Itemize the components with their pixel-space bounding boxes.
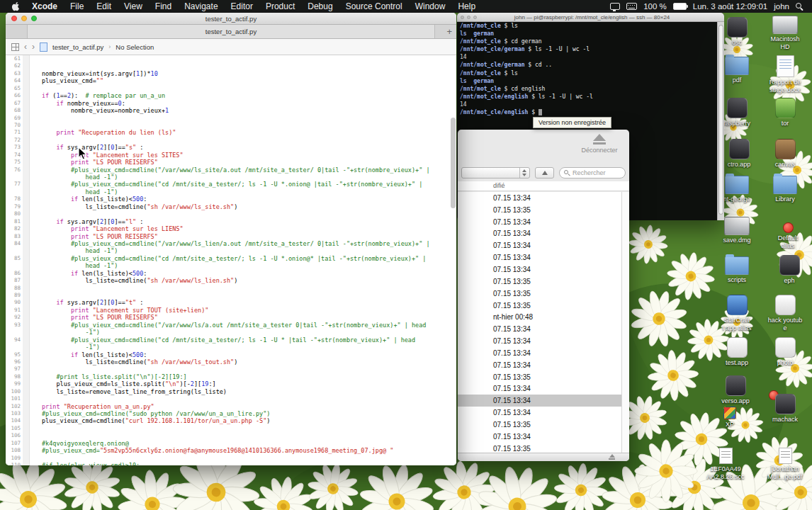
- close-button[interactable]: [461, 16, 464, 19]
- desktop-icon-test-app[interactable]: test.app: [711, 337, 762, 367]
- file-row[interactable]: nt-hier 00:48: [458, 311, 622, 323]
- code-line[interactable]: 100 ls_liste=remove_last_line_from_strin…: [6, 388, 456, 395]
- code-line[interactable]: 83 print "LS POUR REISERFS": [6, 233, 456, 240]
- file-row[interactable]: 07.15 13:34: [458, 216, 622, 228]
- code-line[interactable]: 93 #plus_vieux_cmd=cmdline("/var/www/ls/…: [6, 322, 456, 329]
- code-line[interactable]: head -1"): [6, 174, 456, 181]
- editor-scroll-thumb[interactable]: [451, 118, 456, 208]
- desktop-icon-library[interactable]: Library: [760, 176, 811, 203]
- file-row[interactable]: 07.15 13:34: [458, 251, 622, 264]
- code-line[interactable]: -1"): [6, 329, 456, 336]
- code-line[interactable]: 64plus_vieux_cmd="": [6, 77, 456, 84]
- code-line[interactable]: 74 print "Lancement sur les SITES": [6, 152, 456, 159]
- desktop-icon-canvas[interactable]: canvas: [760, 139, 811, 169]
- code-line[interactable]: 109: [6, 455, 456, 462]
- battery-icon[interactable]: [673, 3, 687, 10]
- desktop-icon-macintosh-hd[interactable]: MacintoshHD: [760, 16, 811, 51]
- file-row[interactable]: 07.15 13:35: [458, 204, 622, 216]
- file-row[interactable]: 07.15 13:35: [458, 419, 622, 431]
- column-header-modified[interactable]: difié: [458, 181, 629, 191]
- code-line[interactable]: 70: [6, 122, 456, 129]
- eject-icon-small[interactable]: [609, 454, 615, 460]
- menu-debug[interactable]: Debug: [301, 0, 339, 13]
- file-row[interactable]: 07.15 13:34: [458, 323, 622, 335]
- code-line[interactable]: 75 print "LS POUR REISERFS": [6, 159, 456, 166]
- code-line[interactable]: 96 ls_liste=cmdline("sh /var/www/ls_tout…: [6, 358, 456, 366]
- code-line[interactable]: 77 #plus_vieux_cmd=cmdline("cd /mnt/site…: [6, 181, 456, 188]
- keyboard-icon[interactable]: [626, 3, 637, 10]
- code-line[interactable]: 107#k4qvoigyoxeqlerq.onion@: [6, 440, 456, 447]
- desktop-icon-save-dmg[interactable]: save.dmg: [711, 217, 762, 244]
- desktop-icon-default-alias[interactable]: Defaultalias: [762, 222, 812, 250]
- tab-tester-to-actif[interactable]: tester_to_actif.py: [27, 25, 435, 38]
- code-line[interactable]: 89: [6, 292, 456, 299]
- related-items-icon[interactable]: [11, 43, 19, 51]
- user-menu[interactable]: john: [774, 2, 789, 11]
- editor-scrollbar[interactable]: [451, 55, 456, 464]
- file-row[interactable]: 07.15 13:34: [458, 192, 622, 204]
- zoom-button[interactable]: [31, 16, 37, 21]
- breadcrumb-file[interactable]: tester_to_actif.py: [52, 43, 103, 51]
- file-row[interactable]: 07.15 13:34: [458, 407, 622, 419]
- desktop-icon--jonathan-mull-ge-pdf[interactable]: [JonathanMull...ge.pdf: [760, 448, 811, 481]
- desktop-icon-machack[interactable]: machack: [760, 394, 811, 424]
- code-line[interactable]: 66if (1==2): # remplace par un_a_un: [6, 92, 456, 99]
- code-line[interactable]: 82 print "Lancement sur les LIENS": [6, 225, 456, 232]
- code-line[interactable]: 68 nombre_vieux=nombre_vieux+1: [6, 107, 456, 114]
- code-line[interactable]: 91 print "Lancement sur TOUT (site+lien)…: [6, 307, 456, 314]
- code-line[interactable]: 90 if sys.argv[2][0]=="t" :: [6, 299, 456, 306]
- code-line[interactable]: head -1"): [6, 188, 456, 196]
- desktop-icon-scripts[interactable]: scripts: [711, 256, 762, 284]
- code-line[interactable]: 85 #plus_vieux_cmd=cmdline("cd /mnt/site…: [6, 255, 456, 262]
- file-list[interactable]: 07.15 13:3407.15 13:3507.15 13:3407.15 1…: [458, 192, 622, 453]
- menu-edit[interactable]: Edit: [90, 0, 118, 13]
- terminal-scrollbar[interactable]: [717, 22, 724, 220]
- desktop-icon-hack-youtub-e[interactable]: hack youtube: [760, 295, 811, 332]
- disconnect-button[interactable]: Déconnecter: [573, 134, 626, 154]
- file-row[interactable]: 07.15 13:34: [458, 431, 622, 443]
- desktop-icon-photo[interactable]: photo: [760, 337, 811, 367]
- terminal-titlebar[interactable]: john — pi@raspberrypi: /mnt/mot_cle/engl…: [457, 13, 724, 22]
- code-line[interactable]: 110#if len(plus_vieux_cmd)>10:: [6, 462, 456, 465]
- file-row[interactable]: 07.15 13:34: [458, 347, 622, 359]
- display-icon[interactable]: [610, 3, 620, 10]
- code-line[interactable]: 63nombre_vieux=int(sys.argv[1])*10: [6, 70, 456, 77]
- menu-product[interactable]: Product: [259, 0, 301, 13]
- file-row[interactable]: 07.15 13:34: [458, 383, 622, 395]
- code-line[interactable]: 102print "Recuperation un_a_un.py": [6, 403, 456, 410]
- code-line[interactable]: 108#plus_vieux_cmd="5sm2vp55n6cxly6z.oni…: [6, 447, 456, 454]
- file-dialog-window[interactable]: Déconnecter Rechercher difié 07.15 13:34…: [458, 130, 629, 461]
- desktop-icon-1ef0aa49-aa2-8-26-scc[interactable]: 1EF0AA49AA2.8.26.scc: [700, 448, 751, 481]
- apple-menu[interactable]: [6, 1, 26, 11]
- file-row[interactable]: 07.15 13:34: [458, 395, 622, 407]
- code-line[interactable]: 97: [6, 366, 456, 373]
- file-row[interactable]: 07.15 13:35: [458, 443, 622, 453]
- code-editor[interactable]: 616263nombre_vieux=int(sys.argv[1])*1064…: [6, 55, 456, 465]
- code-line[interactable]: 86 if len(ls_liste)<500:: [6, 270, 456, 277]
- code-line[interactable]: 105: [6, 425, 456, 432]
- desktop-icon-eph[interactable]: eph: [764, 255, 812, 285]
- code-line[interactable]: 99 plus_vieux_cmd=ls_liste.split("\n")[-…: [6, 380, 456, 387]
- file-row[interactable]: 07.15 13:34: [458, 239, 622, 251]
- code-line[interactable]: 106: [6, 432, 456, 439]
- desktop-icon-starcraft-i-app-alias[interactable]: StarCraftI app alias: [711, 295, 762, 332]
- code-line[interactable]: 101: [6, 395, 456, 402]
- file-row[interactable]: 07.15 13:34: [458, 359, 622, 371]
- code-line[interactable]: 78 if len(ls_liste)<500:: [6, 196, 456, 203]
- desktop-icon-xp[interactable]: XP: [704, 407, 755, 429]
- code-line[interactable]: 61: [6, 55, 456, 62]
- back-chevron-icon[interactable]: ‹: [24, 43, 27, 50]
- menu-xcode[interactable]: Xcode: [26, 0, 64, 13]
- spotlight-icon[interactable]: [796, 3, 803, 11]
- code-line[interactable]: 87 ls_liste=cmdline("sh /var/www/ls_lien…: [6, 277, 456, 284]
- code-line[interactable]: 62: [6, 62, 456, 69]
- code-line[interactable]: 69: [6, 115, 456, 122]
- code-line[interactable]: 104plus_vieux_cmd=cmdline("curl 192.168.…: [6, 417, 456, 424]
- desktop-icon-rapport-de-stage-docx[interactable]: Rapport destage.docx: [760, 55, 811, 94]
- up-button[interactable]: [535, 167, 554, 178]
- file-row[interactable]: 07.15 13:35: [458, 288, 622, 300]
- code-line[interactable]: 71 print "Recuperation du lien (ls)": [6, 129, 456, 136]
- file-row[interactable]: 07.15 13:34: [458, 264, 622, 276]
- code-line[interactable]: 72: [6, 137, 456, 144]
- forward-chevron-icon[interactable]: ›: [32, 43, 35, 50]
